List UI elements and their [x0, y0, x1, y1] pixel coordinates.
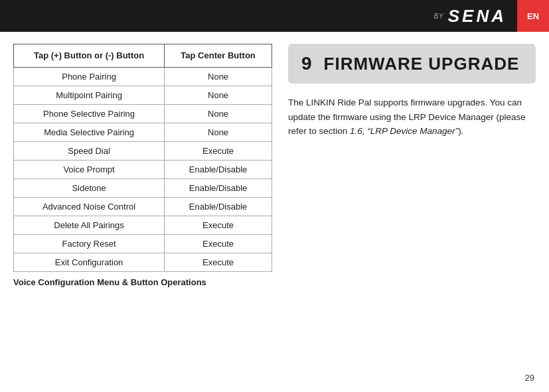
table-row: Exit ConfigurationExecute	[14, 253, 272, 272]
table-cell-result: Execute	[165, 235, 272, 253]
table-cell-result: Execute	[165, 253, 272, 272]
col1-header: Tap (+) Button or (-) Button	[14, 44, 165, 68]
table-row: Delete All PairingsExecute	[14, 216, 272, 235]
table-cell-action: Voice Prompt	[14, 161, 165, 179]
section-header: 9 FIRMWARE UPGRADE	[288, 44, 536, 84]
left-column: Tap (+) Button or (-) Button Tap Center …	[13, 44, 272, 287]
table-row: SidetoneEnable/Disable	[14, 179, 272, 198]
table-cell-action: Factory Reset	[14, 235, 165, 253]
table-row: Factory ResetExecute	[14, 235, 272, 253]
section-body-end: ).	[458, 126, 463, 136]
by-text: BY	[433, 13, 443, 20]
table-row: Multipoint PairingNone	[14, 86, 272, 105]
table-row: Media Selective PairingNone	[14, 123, 272, 142]
section-number: 9	[301, 53, 312, 74]
table-cell-result: None	[165, 86, 272, 105]
language-badge: EN	[517, 0, 549, 32]
main-content: Tap (+) Button or (-) Button Tap Center …	[0, 32, 549, 294]
page-number: 29	[525, 373, 534, 383]
table-cell-result: None	[165, 68, 272, 86]
right-column: 9 FIRMWARE UPGRADE The LINKIN Ride Pal s…	[288, 44, 536, 287]
config-table: Tap (+) Button or (-) Button Tap Center …	[13, 44, 272, 272]
table-cell-action: Advanced Noise Control	[14, 198, 165, 216]
table-cell-result: None	[165, 105, 272, 123]
col2-header: Tap Center Button	[165, 44, 272, 68]
table-cell-action: Exit Configuration	[14, 253, 165, 272]
table-caption: Voice Configuration Menu & Button Operat…	[13, 277, 272, 287]
table-cell-action: Speed Dial	[14, 142, 165, 161]
table-row: Advanced Noise ControlEnable/Disable	[14, 198, 272, 216]
table-cell-action: Sidetone	[14, 179, 165, 198]
table-cell-result: None	[165, 123, 272, 142]
table-cell-result: Enable/Disable	[165, 198, 272, 216]
section-ref-text: 1.6, “LRP Device Manager”	[350, 126, 458, 136]
table-row: Speed DialExecute	[14, 142, 272, 161]
table-cell-action: Delete All Pairings	[14, 216, 165, 235]
section-body: The LINKIN Ride Pal supports firmware up…	[288, 96, 536, 139]
table-row: Voice PromptEnable/Disable	[14, 161, 272, 179]
header: BY SENA EN	[0, 0, 549, 32]
section-title: FIRMWARE UPGRADE	[324, 54, 520, 74]
table-cell-result: Enable/Disable	[165, 161, 272, 179]
table-row: Phone PairingNone	[14, 68, 272, 86]
sena-logo: SENA	[448, 6, 507, 27]
table-cell-result: Execute	[165, 216, 272, 235]
logo-area: BY SENA	[433, 6, 507, 27]
table-cell-action: Multipoint Pairing	[14, 86, 165, 105]
table-cell-result: Execute	[165, 142, 272, 161]
table-cell-action: Phone Selective Pairing	[14, 105, 165, 123]
table-cell-action: Phone Pairing	[14, 68, 165, 86]
table-cell-action: Media Selective Pairing	[14, 123, 165, 142]
table-cell-result: Enable/Disable	[165, 179, 272, 198]
table-row: Phone Selective PairingNone	[14, 105, 272, 123]
